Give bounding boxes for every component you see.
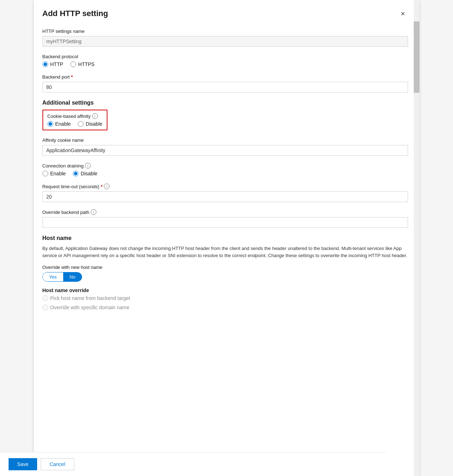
close-button[interactable]: × bbox=[398, 9, 408, 19]
connection-draining-label: Connection draining i bbox=[42, 163, 408, 169]
pick-host-from-backend-label: Pick host name from backend target bbox=[50, 295, 130, 301]
connection-draining-radio-group: Enable Disable bbox=[42, 171, 408, 176]
footer-buttons: Save Cancel bbox=[0, 452, 386, 476]
affinity-cookie-name-input[interactable] bbox=[42, 145, 408, 156]
connection-draining-disable-radio[interactable] bbox=[73, 171, 79, 176]
save-button[interactable]: Save bbox=[9, 458, 37, 470]
host-name-title: Host name bbox=[42, 235, 408, 241]
connection-draining-disable-option[interactable]: Disable bbox=[73, 171, 97, 176]
cookie-affinity-enable-option[interactable]: Enable bbox=[47, 121, 71, 127]
connection-draining-enable-radio[interactable] bbox=[42, 171, 48, 176]
backend-port-label: Backend port * bbox=[42, 74, 408, 80]
panel-title: Add HTTP setting bbox=[42, 9, 108, 18]
backend-protocol-label: Backend protocol bbox=[42, 54, 408, 59]
host-name-override-group: Host name override Pick host name from b… bbox=[42, 287, 408, 310]
scrollbar[interactable] bbox=[414, 0, 419, 476]
connection-draining-enable-option[interactable]: Enable bbox=[42, 171, 66, 176]
backend-protocol-http-radio[interactable] bbox=[42, 61, 48, 67]
affinity-box: Cookie-based affinity i Enable Disable bbox=[42, 110, 107, 130]
override-specific-domain-radio[interactable] bbox=[42, 305, 48, 310]
toggle-no-button[interactable]: No bbox=[63, 272, 82, 281]
connection-draining-enable-label: Enable bbox=[50, 171, 66, 176]
cookie-affinity-enable-radio[interactable] bbox=[47, 121, 53, 127]
cookie-affinity-radio-group: Enable Disable bbox=[47, 121, 102, 127]
cookie-affinity-info-icon[interactable]: i bbox=[92, 113, 98, 119]
cancel-button[interactable]: Cancel bbox=[41, 458, 74, 470]
additional-settings-title: Additional settings bbox=[42, 100, 408, 106]
backend-protocol-group: Backend protocol HTTP HTTPS bbox=[42, 54, 408, 67]
backend-port-input[interactable] bbox=[42, 82, 408, 92]
backend-protocol-http-option[interactable]: HTTP bbox=[42, 61, 64, 67]
http-settings-name-label: HTTP settings name bbox=[42, 29, 408, 34]
host-name-override-options: Pick host name from backend target Overr… bbox=[42, 295, 408, 310]
request-timeout-label: Request time-out (seconds) * i bbox=[42, 184, 408, 189]
http-settings-name-input[interactable] bbox=[42, 36, 408, 47]
backend-protocol-radio-group: HTTP HTTPS bbox=[42, 61, 408, 67]
backend-protocol-https-option[interactable]: HTTPS bbox=[70, 61, 95, 67]
override-backend-path-input[interactable] bbox=[42, 217, 408, 228]
connection-draining-info-icon[interactable]: i bbox=[85, 163, 91, 169]
override-host-name-group: Override with new host name Yes No bbox=[42, 265, 408, 282]
panel-header: Add HTTP setting × bbox=[42, 9, 408, 19]
host-name-override-label: Host name override bbox=[42, 287, 408, 293]
override-backend-path-label: Override backend path i bbox=[42, 209, 408, 215]
cookie-affinity-disable-radio[interactable] bbox=[78, 121, 84, 127]
host-name-toggle[interactable]: Yes No bbox=[42, 272, 82, 282]
backend-port-group: Backend port * bbox=[42, 74, 408, 92]
cookie-affinity-label: Cookie-based affinity i bbox=[47, 113, 102, 119]
affinity-cookie-name-group: Affinity cookie name bbox=[42, 137, 408, 156]
connection-draining-group: Connection draining i Enable Disable bbox=[42, 163, 408, 176]
override-specific-domain-label: Override with specific domain name bbox=[50, 305, 130, 310]
override-host-name-label: Override with new host name bbox=[42, 265, 408, 270]
pick-host-from-backend-radio[interactable] bbox=[42, 295, 48, 301]
request-timeout-input[interactable] bbox=[42, 191, 408, 202]
http-settings-name-group: HTTP settings name bbox=[42, 29, 408, 47]
add-http-setting-panel: Add HTTP setting × HTTP settings name Ba… bbox=[34, 0, 419, 476]
backend-port-required: * bbox=[71, 74, 73, 80]
pick-host-from-backend-option[interactable]: Pick host name from backend target bbox=[42, 295, 408, 301]
cookie-affinity-disable-option[interactable]: Disable bbox=[78, 121, 102, 127]
override-backend-path-group: Override backend path i bbox=[42, 209, 408, 228]
backend-protocol-http-label: HTTP bbox=[50, 61, 64, 67]
toggle-yes-button[interactable]: Yes bbox=[43, 272, 63, 281]
cookie-affinity-group: Cookie-based affinity i Enable Disable bbox=[42, 110, 408, 132]
connection-draining-disable-label: Disable bbox=[81, 171, 97, 176]
request-timeout-info-icon[interactable]: i bbox=[104, 184, 110, 189]
override-backend-path-info-icon[interactable]: i bbox=[91, 209, 96, 215]
affinity-cookie-name-label: Affinity cookie name bbox=[42, 137, 408, 143]
additional-settings-section: Additional settings Cookie-based affinit… bbox=[42, 100, 408, 228]
host-name-section: Host name By default, Application Gatewa… bbox=[42, 235, 408, 310]
backend-protocol-https-label: HTTPS bbox=[78, 61, 95, 67]
host-name-description: By default, Application Gateway does not… bbox=[42, 245, 408, 259]
cookie-affinity-disable-label: Disable bbox=[86, 121, 102, 127]
backend-protocol-https-radio[interactable] bbox=[70, 61, 76, 67]
request-timeout-group: Request time-out (seconds) * i bbox=[42, 184, 408, 202]
scrollbar-thumb[interactable] bbox=[414, 21, 419, 93]
cookie-affinity-enable-label: Enable bbox=[55, 121, 71, 127]
request-timeout-required: * bbox=[101, 184, 102, 189]
override-specific-domain-option[interactable]: Override with specific domain name bbox=[42, 305, 408, 310]
